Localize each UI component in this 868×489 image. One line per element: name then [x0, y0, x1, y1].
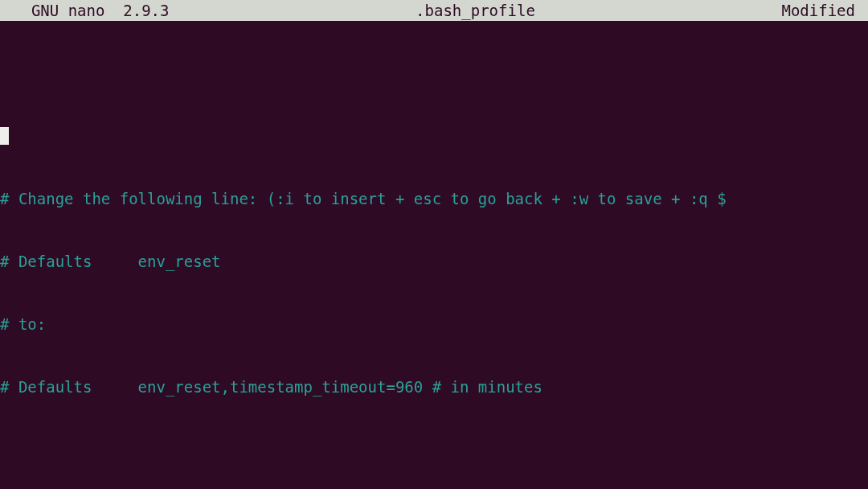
nano-app-version: GNU nano 2.9.3	[2, 0, 169, 21]
editor-line: # Defaults env_reset,timestamp_timeout=9…	[0, 376, 868, 397]
nano-modified-status: Modified	[781, 0, 866, 21]
text-cursor	[0, 127, 9, 145]
editor-blank-row	[0, 63, 868, 84]
editor-line: # to:	[0, 314, 868, 335]
editor-line	[0, 125, 868, 146]
nano-titlebar: GNU nano 2.9.3 .bash_profile Modified	[0, 0, 868, 21]
editor-line: # Defaults env_reset	[0, 251, 868, 272]
editor-line: # Change the following line: (:i to inse…	[0, 188, 868, 209]
nano-editor-area[interactable]: # Change the following line: (:i to inse…	[0, 21, 868, 489]
editor-line	[0, 439, 868, 460]
nano-filename: .bash_profile	[169, 0, 781, 21]
